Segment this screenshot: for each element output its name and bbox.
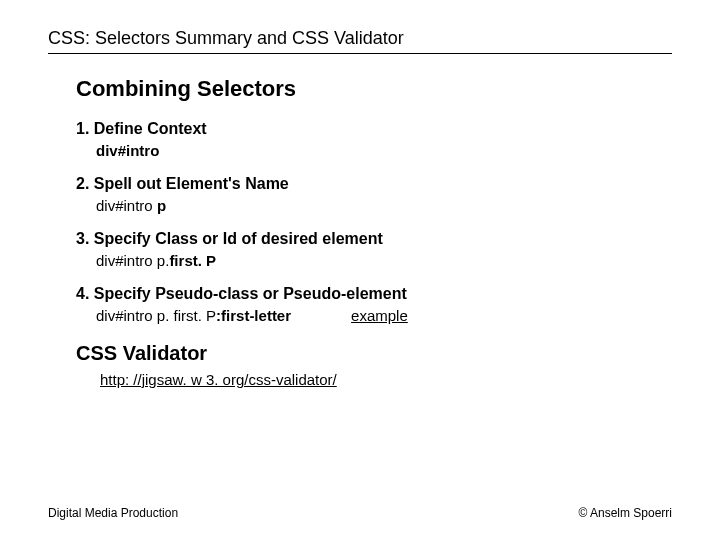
footer: Digital Media Production © Anselm Spoerr… (48, 506, 672, 520)
heading-css-validator: CSS Validator (76, 342, 672, 365)
step-1-code: div#intro (96, 142, 672, 159)
example-link[interactable]: example (351, 307, 408, 324)
step-4: 4. Specify Pseudo-class or Pseudo-elemen… (76, 285, 672, 324)
slide-page: CSS: Selectors Summary and CSS Validator… (0, 0, 720, 540)
step-1-title: 1. Define Context (76, 120, 672, 138)
validator-url-link[interactable]: http: //jigsaw. w 3. org/css-validator/ (100, 371, 672, 388)
step-3-bold: first. P (169, 252, 216, 269)
step-2-title: 2. Spell out Element's Name (76, 175, 672, 193)
step-3-title: 3. Specify Class or Id of desired elemen… (76, 230, 672, 248)
step-4-prefix: div#intro p. first. P (96, 307, 216, 324)
step-2-bold: p (157, 197, 166, 214)
step-2: 2. Spell out Element's Name div#intro p (76, 175, 672, 214)
step-4-bold: :first-letter (216, 307, 291, 324)
slide-title: CSS: Selectors Summary and CSS Validator (48, 28, 672, 54)
heading-combining-selectors: Combining Selectors (76, 76, 672, 102)
step-2-prefix: div#intro (96, 197, 157, 214)
step-2-code: div#intro p (96, 197, 672, 214)
step-4-code: div#intro p. first. P:first-letter examp… (96, 307, 672, 324)
step-3-prefix: div#intro p. (96, 252, 169, 269)
footer-left: Digital Media Production (48, 506, 178, 520)
step-3: 3. Specify Class or Id of desired elemen… (76, 230, 672, 269)
step-4-title: 4. Specify Pseudo-class or Pseudo-elemen… (76, 285, 672, 303)
step-3-code: div#intro p.first. P (96, 252, 672, 269)
step-1: 1. Define Context div#intro (76, 120, 672, 159)
footer-right: © Anselm Spoerri (578, 506, 672, 520)
